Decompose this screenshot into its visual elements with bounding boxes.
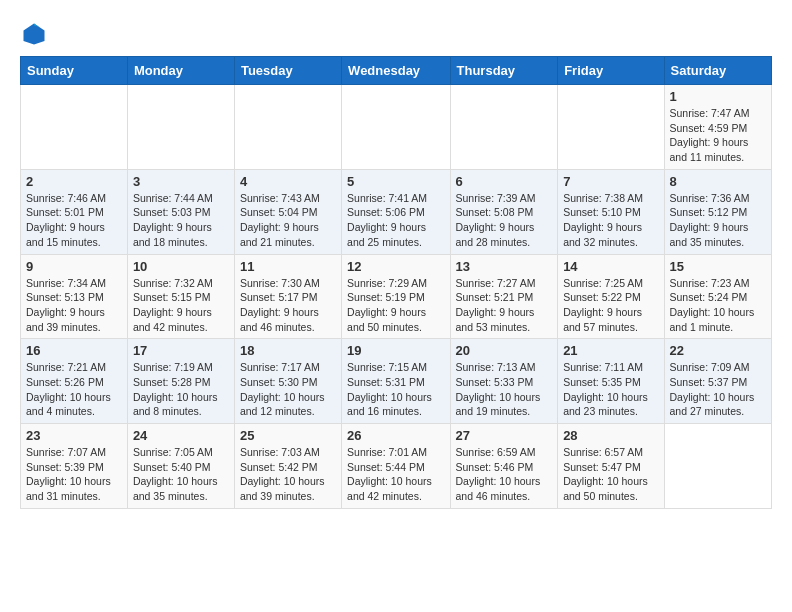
calendar-cell: 11Sunrise: 7:30 AM Sunset: 5:17 PM Dayli… [234, 254, 341, 339]
day-number: 22 [670, 343, 766, 358]
day-number: 12 [347, 259, 444, 274]
calendar-cell [450, 85, 558, 170]
day-info: Sunrise: 7:11 AM Sunset: 5:35 PM Dayligh… [563, 360, 658, 419]
calendar-cell [664, 424, 771, 509]
day-of-week-header: Tuesday [234, 57, 341, 85]
day-of-week-header: Friday [558, 57, 664, 85]
day-info: Sunrise: 7:44 AM Sunset: 5:03 PM Dayligh… [133, 191, 229, 250]
day-info: Sunrise: 7:47 AM Sunset: 4:59 PM Dayligh… [670, 106, 766, 165]
calendar-cell: 7Sunrise: 7:38 AM Sunset: 5:10 PM Daylig… [558, 169, 664, 254]
day-info: Sunrise: 7:15 AM Sunset: 5:31 PM Dayligh… [347, 360, 444, 419]
page-header [20, 20, 772, 48]
svg-marker-0 [24, 24, 45, 45]
day-info: Sunrise: 7:05 AM Sunset: 5:40 PM Dayligh… [133, 445, 229, 504]
day-of-week-header: Monday [127, 57, 234, 85]
day-number: 13 [456, 259, 553, 274]
day-info: Sunrise: 7:38 AM Sunset: 5:10 PM Dayligh… [563, 191, 658, 250]
day-info: Sunrise: 7:46 AM Sunset: 5:01 PM Dayligh… [26, 191, 122, 250]
day-number: 19 [347, 343, 444, 358]
day-number: 5 [347, 174, 444, 189]
day-info: Sunrise: 7:19 AM Sunset: 5:28 PM Dayligh… [133, 360, 229, 419]
calendar-cell: 16Sunrise: 7:21 AM Sunset: 5:26 PM Dayli… [21, 339, 128, 424]
day-of-week-header: Wednesday [342, 57, 450, 85]
day-number: 14 [563, 259, 658, 274]
calendar-cell: 10Sunrise: 7:32 AM Sunset: 5:15 PM Dayli… [127, 254, 234, 339]
day-number: 26 [347, 428, 444, 443]
day-number: 25 [240, 428, 336, 443]
calendar-table: SundayMondayTuesdayWednesdayThursdayFrid… [20, 56, 772, 509]
calendar-cell: 28Sunrise: 6:57 AM Sunset: 5:47 PM Dayli… [558, 424, 664, 509]
calendar-cell: 2Sunrise: 7:46 AM Sunset: 5:01 PM Daylig… [21, 169, 128, 254]
calendar-cell [558, 85, 664, 170]
day-info: Sunrise: 7:23 AM Sunset: 5:24 PM Dayligh… [670, 276, 766, 335]
day-number: 6 [456, 174, 553, 189]
day-info: Sunrise: 7:03 AM Sunset: 5:42 PM Dayligh… [240, 445, 336, 504]
day-info: Sunrise: 7:21 AM Sunset: 5:26 PM Dayligh… [26, 360, 122, 419]
day-of-week-header: Sunday [21, 57, 128, 85]
day-info: Sunrise: 7:43 AM Sunset: 5:04 PM Dayligh… [240, 191, 336, 250]
day-number: 11 [240, 259, 336, 274]
day-number: 15 [670, 259, 766, 274]
calendar-cell [127, 85, 234, 170]
day-number: 8 [670, 174, 766, 189]
calendar-cell: 14Sunrise: 7:25 AM Sunset: 5:22 PM Dayli… [558, 254, 664, 339]
day-info: Sunrise: 7:01 AM Sunset: 5:44 PM Dayligh… [347, 445, 444, 504]
day-info: Sunrise: 7:25 AM Sunset: 5:22 PM Dayligh… [563, 276, 658, 335]
day-number: 16 [26, 343, 122, 358]
calendar-cell: 15Sunrise: 7:23 AM Sunset: 5:24 PM Dayli… [664, 254, 771, 339]
calendar-week-row: 2Sunrise: 7:46 AM Sunset: 5:01 PM Daylig… [21, 169, 772, 254]
day-number: 21 [563, 343, 658, 358]
day-number: 23 [26, 428, 122, 443]
calendar-cell: 8Sunrise: 7:36 AM Sunset: 5:12 PM Daylig… [664, 169, 771, 254]
calendar-week-row: 16Sunrise: 7:21 AM Sunset: 5:26 PM Dayli… [21, 339, 772, 424]
day-info: Sunrise: 7:32 AM Sunset: 5:15 PM Dayligh… [133, 276, 229, 335]
day-info: Sunrise: 7:17 AM Sunset: 5:30 PM Dayligh… [240, 360, 336, 419]
calendar-cell: 4Sunrise: 7:43 AM Sunset: 5:04 PM Daylig… [234, 169, 341, 254]
day-number: 7 [563, 174, 658, 189]
day-of-week-header: Thursday [450, 57, 558, 85]
day-info: Sunrise: 7:39 AM Sunset: 5:08 PM Dayligh… [456, 191, 553, 250]
calendar-cell: 12Sunrise: 7:29 AM Sunset: 5:19 PM Dayli… [342, 254, 450, 339]
day-number: 2 [26, 174, 122, 189]
calendar-cell: 19Sunrise: 7:15 AM Sunset: 5:31 PM Dayli… [342, 339, 450, 424]
calendar-cell: 24Sunrise: 7:05 AM Sunset: 5:40 PM Dayli… [127, 424, 234, 509]
calendar-cell: 9Sunrise: 7:34 AM Sunset: 5:13 PM Daylig… [21, 254, 128, 339]
day-info: Sunrise: 7:09 AM Sunset: 5:37 PM Dayligh… [670, 360, 766, 419]
day-of-week-header: Saturday [664, 57, 771, 85]
day-info: Sunrise: 6:59 AM Sunset: 5:46 PM Dayligh… [456, 445, 553, 504]
calendar-cell: 6Sunrise: 7:39 AM Sunset: 5:08 PM Daylig… [450, 169, 558, 254]
calendar-cell: 23Sunrise: 7:07 AM Sunset: 5:39 PM Dayli… [21, 424, 128, 509]
day-number: 10 [133, 259, 229, 274]
day-number: 17 [133, 343, 229, 358]
calendar-cell: 26Sunrise: 7:01 AM Sunset: 5:44 PM Dayli… [342, 424, 450, 509]
calendar-header-row: SundayMondayTuesdayWednesdayThursdayFrid… [21, 57, 772, 85]
calendar-cell [342, 85, 450, 170]
day-number: 28 [563, 428, 658, 443]
calendar-cell [234, 85, 341, 170]
day-info: Sunrise: 7:30 AM Sunset: 5:17 PM Dayligh… [240, 276, 336, 335]
calendar-cell: 20Sunrise: 7:13 AM Sunset: 5:33 PM Dayli… [450, 339, 558, 424]
day-info: Sunrise: 6:57 AM Sunset: 5:47 PM Dayligh… [563, 445, 658, 504]
day-info: Sunrise: 7:27 AM Sunset: 5:21 PM Dayligh… [456, 276, 553, 335]
day-info: Sunrise: 7:07 AM Sunset: 5:39 PM Dayligh… [26, 445, 122, 504]
calendar-week-row: 23Sunrise: 7:07 AM Sunset: 5:39 PM Dayli… [21, 424, 772, 509]
calendar-cell: 17Sunrise: 7:19 AM Sunset: 5:28 PM Dayli… [127, 339, 234, 424]
day-info: Sunrise: 7:34 AM Sunset: 5:13 PM Dayligh… [26, 276, 122, 335]
day-number: 24 [133, 428, 229, 443]
day-number: 9 [26, 259, 122, 274]
day-number: 3 [133, 174, 229, 189]
day-number: 20 [456, 343, 553, 358]
calendar-cell: 21Sunrise: 7:11 AM Sunset: 5:35 PM Dayli… [558, 339, 664, 424]
day-info: Sunrise: 7:36 AM Sunset: 5:12 PM Dayligh… [670, 191, 766, 250]
day-info: Sunrise: 7:29 AM Sunset: 5:19 PM Dayligh… [347, 276, 444, 335]
day-number: 1 [670, 89, 766, 104]
calendar-cell: 13Sunrise: 7:27 AM Sunset: 5:21 PM Dayli… [450, 254, 558, 339]
calendar-cell: 25Sunrise: 7:03 AM Sunset: 5:42 PM Dayli… [234, 424, 341, 509]
day-number: 18 [240, 343, 336, 358]
day-info: Sunrise: 7:13 AM Sunset: 5:33 PM Dayligh… [456, 360, 553, 419]
day-number: 4 [240, 174, 336, 189]
calendar-week-row: 1Sunrise: 7:47 AM Sunset: 4:59 PM Daylig… [21, 85, 772, 170]
calendar-cell [21, 85, 128, 170]
logo [20, 20, 52, 48]
day-info: Sunrise: 7:41 AM Sunset: 5:06 PM Dayligh… [347, 191, 444, 250]
